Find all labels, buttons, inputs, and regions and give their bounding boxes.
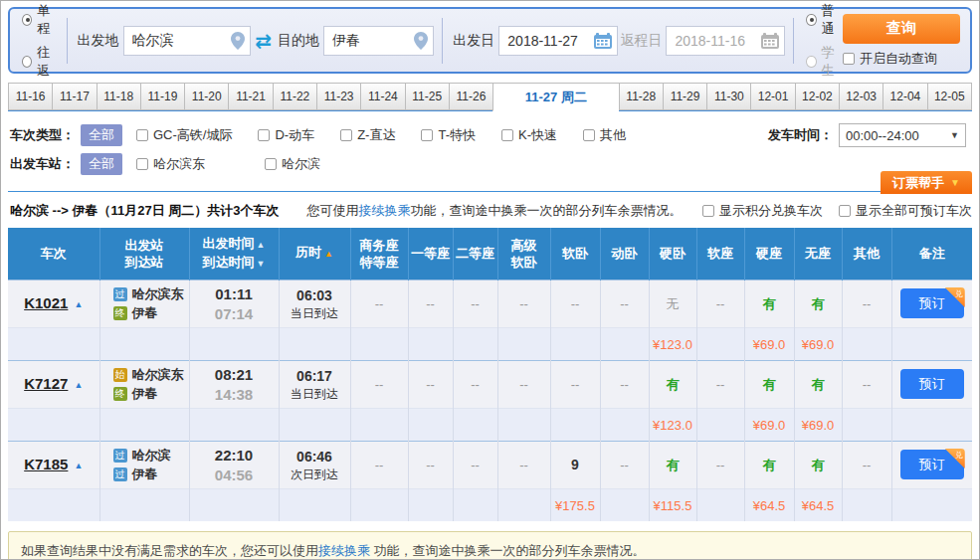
- date-tab[interactable]: 12-03: [839, 83, 882, 110]
- checkbox-icon[interactable]: [136, 129, 148, 141]
- column-header[interactable]: 出发时间▲到达时间▼: [189, 228, 279, 280]
- depart-station-option[interactable]: 哈尔滨东: [136, 155, 205, 173]
- trip-type-roundtrip[interactable]: 往返: [22, 44, 59, 80]
- checkbox-icon[interactable]: [839, 205, 851, 217]
- checkbox-icon[interactable]: [265, 158, 277, 170]
- depart-station-all-badge[interactable]: 全部: [81, 153, 122, 175]
- column-header[interactable]: 软座: [696, 228, 744, 280]
- booking-helper-button[interactable]: 订票帮手 ▼: [881, 171, 972, 194]
- date-tab[interactable]: 12-01: [750, 83, 794, 110]
- date-tab[interactable]: 11-24: [360, 83, 404, 110]
- train-type-option[interactable]: Z-直达: [340, 126, 395, 144]
- stations-cell: 过哈尔滨东终伊春: [99, 280, 189, 327]
- column-header[interactable]: 动卧: [600, 228, 649, 280]
- sort-asc-icon[interactable]: ▲: [257, 240, 266, 250]
- train-code-link[interactable]: K7127: [24, 375, 68, 392]
- column-header[interactable]: 一等座: [408, 228, 453, 280]
- date-tab[interactable]: 11-30: [706, 83, 750, 110]
- checkbox-icon[interactable]: [340, 129, 352, 141]
- price-value: ¥115.5: [654, 498, 692, 513]
- passenger-type-normal[interactable]: 普通: [806, 2, 843, 38]
- column-header[interactable]: 历时▲: [279, 228, 350, 280]
- passenger-type-student[interactable]: 学生: [806, 44, 843, 80]
- date-tab[interactable]: 11-25: [405, 83, 449, 110]
- date-tab[interactable]: 12-05: [927, 83, 972, 110]
- passenger-type-student-label: 学生: [822, 44, 843, 80]
- sort-asc-icon[interactable]: ▲: [324, 249, 333, 259]
- radio-selected-icon[interactable]: [22, 14, 32, 26]
- to-input[interactable]: [332, 33, 415, 49]
- date-tab[interactable]: 11-16: [8, 83, 52, 110]
- checkbox-icon[interactable]: [421, 129, 433, 141]
- train-type-option[interactable]: D-动车: [258, 126, 314, 144]
- seat-availability: --: [375, 296, 384, 311]
- column-header[interactable]: 无座: [794, 228, 842, 280]
- column-header[interactable]: 二等座: [453, 228, 497, 280]
- from-label: 出发地: [78, 32, 119, 50]
- summary-option[interactable]: 显示积分兑换车次: [702, 202, 823, 220]
- book-button[interactable]: 预订: [900, 369, 964, 399]
- swap-stations-icon[interactable]: ⇄: [255, 31, 272, 51]
- train-code-link[interactable]: K1021: [24, 294, 68, 311]
- train-type-option[interactable]: T-特快: [421, 126, 476, 144]
- radio-selected-icon[interactable]: [806, 14, 816, 26]
- expand-icon[interactable]: ▲: [74, 380, 83, 390]
- column-header[interactable]: 备注: [891, 228, 972, 280]
- date-tab[interactable]: 11-19: [140, 83, 184, 110]
- checkbox-icon[interactable]: [501, 129, 513, 141]
- summary-option[interactable]: 显示全部可预订车次: [839, 202, 972, 220]
- from-input[interactable]: [132, 33, 232, 49]
- date-tab[interactable]: 11-29: [663, 83, 706, 110]
- column-header[interactable]: 高级软卧: [497, 228, 550, 280]
- price-moving-sleeper: [600, 327, 649, 360]
- date-tab[interactable]: 11-22: [273, 83, 316, 110]
- checkbox-icon[interactable]: [583, 129, 595, 141]
- date-tab[interactable]: 11-18: [97, 83, 140, 110]
- checkbox-icon[interactable]: [258, 129, 270, 141]
- date-tab[interactable]: 11-17: [52, 83, 96, 110]
- trip-type-oneway[interactable]: 单程: [22, 2, 59, 38]
- date-tab[interactable]: 11-21: [228, 83, 272, 110]
- train-type-option[interactable]: GC-高铁/城际: [136, 126, 232, 144]
- transfer-link[interactable]: 接续换乘: [318, 543, 370, 558]
- date-tab[interactable]: 11-28: [619, 83, 663, 110]
- column-header[interactable]: 商务座特等座: [350, 228, 408, 280]
- sort-desc-icon[interactable]: ▼: [257, 259, 266, 269]
- date-tab[interactable]: 11-20: [184, 83, 228, 110]
- note-line-1: 如果查询结果中没有满足需求的车次，您还可以使用接续换乘 功能，查询途中换乘一次的…: [21, 540, 959, 560]
- train-type-all-badge[interactable]: 全部: [81, 124, 122, 146]
- date-tab[interactable]: 12-02: [795, 83, 839, 110]
- date-tab[interactable]: 12-04: [882, 83, 926, 110]
- price-spacer: [891, 327, 972, 360]
- to-station: 终伊春: [113, 384, 189, 403]
- depart-time-select[interactable]: 00:00--24:00 ▼: [839, 123, 966, 147]
- column-header[interactable]: 硬座: [744, 228, 794, 280]
- seat-availability: 有: [763, 377, 776, 392]
- date-tab[interactable]: 11-26: [449, 83, 492, 110]
- column-header[interactable]: 软卧: [550, 228, 600, 280]
- calendar-icon[interactable]: [594, 33, 612, 49]
- expand-icon[interactable]: ▲: [74, 299, 83, 309]
- train-type-option[interactable]: 其他: [583, 126, 626, 144]
- column-header[interactable]: 出发站到达站: [99, 228, 189, 280]
- seat-availability: --: [375, 377, 384, 392]
- date-tab[interactable]: 11-23: [316, 83, 360, 110]
- column-header[interactable]: 硬卧: [649, 228, 696, 280]
- query-button[interactable]: 查询: [843, 14, 960, 44]
- column-header[interactable]: 其他: [842, 228, 891, 280]
- radio-unselected-icon[interactable]: [22, 56, 32, 68]
- return-date-input[interactable]: [675, 33, 757, 49]
- depart-station-option[interactable]: 哈尔滨: [265, 155, 320, 173]
- train-code-link[interactable]: K7185: [24, 456, 68, 472]
- checkbox-icon[interactable]: [843, 53, 855, 65]
- checkbox-icon[interactable]: [136, 158, 148, 170]
- transfer-link[interactable]: 接续换乘: [359, 203, 411, 218]
- auto-query-checkbox-item[interactable]: 开启自动查询: [843, 50, 937, 68]
- train-type-option[interactable]: K-快速: [501, 126, 557, 144]
- date-tab-selected[interactable]: 11-27 周二: [492, 83, 619, 111]
- depart-station-options: 哈尔滨东哈尔滨: [136, 155, 380, 173]
- column-header[interactable]: 车次: [8, 228, 99, 280]
- depart-date-input[interactable]: [507, 33, 590, 49]
- expand-icon[interactable]: ▲: [74, 461, 83, 470]
- checkbox-icon[interactable]: [702, 205, 714, 217]
